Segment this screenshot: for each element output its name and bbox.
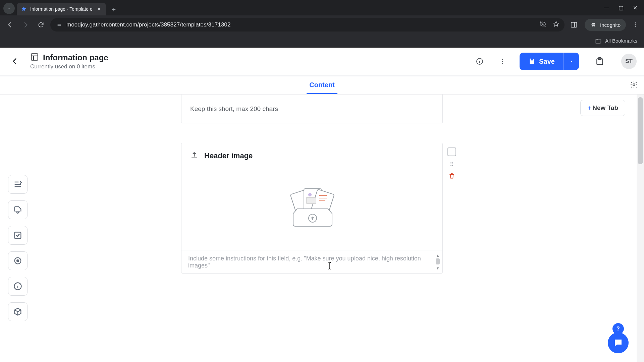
template-icon <box>30 53 39 63</box>
window-close-icon[interactable]: ✕ <box>633 5 637 11</box>
bookmarks-bar: All Bookmarks <box>0 34 644 48</box>
info-button[interactable] <box>472 54 487 69</box>
instructions-scroll-thumb[interactable] <box>436 258 440 264</box>
hint-card[interactable]: Keep this short, max 200 chars <box>181 95 443 123</box>
delete-field-button[interactable] <box>447 172 456 180</box>
editor-canvas: +New Tab Keep this short, max 200 chars … <box>0 95 644 362</box>
scrollbar-thumb[interactable] <box>638 97 643 164</box>
window-maximize-icon[interactable]: ▢ <box>619 5 624 11</box>
save-button[interactable]: Save <box>520 53 564 70</box>
svg-rect-21 <box>307 197 316 203</box>
duplicate-field-button[interactable] <box>447 147 456 156</box>
svg-point-7 <box>502 61 503 62</box>
new-tab-button[interactable]: +New Tab <box>580 100 625 116</box>
page-subtitle: Currently used on 0 items <box>30 63 108 70</box>
incognito-indicator[interactable]: Incognito <box>585 19 626 31</box>
upload-field-title: Header image <box>204 152 253 160</box>
svg-point-25 <box>452 164 453 165</box>
bookmark-star-icon[interactable] <box>552 20 560 29</box>
new-browser-tab-button[interactable]: ＋ <box>109 4 119 14</box>
svg-point-27 <box>452 165 453 166</box>
svg-point-22 <box>450 162 451 163</box>
title-block: Information page Currently used on 0 ite… <box>30 53 108 70</box>
browser-toolbar: moodjoy.gathercontent.com/projects/38582… <box>0 15 644 34</box>
tab-favicon <box>21 6 27 12</box>
save-button-group: Save <box>520 53 579 70</box>
svg-point-14 <box>16 259 19 262</box>
tab-settings-icon[interactable] <box>630 81 638 90</box>
content-tab-bar: Content <box>0 76 644 95</box>
browser-menu-button[interactable] <box>631 21 640 28</box>
user-avatar[interactable]: ST <box>621 54 637 69</box>
svg-rect-0 <box>571 22 577 27</box>
canvas-scrollbar[interactable] <box>637 95 644 362</box>
drag-handle-icon[interactable] <box>447 160 456 168</box>
tab-strip: Information page - Template e ＋ ― ▢ ✕ <box>0 0 644 15</box>
more-menu-button[interactable] <box>495 54 510 69</box>
hint-text: Keep this short, max 200 chars <box>190 105 278 113</box>
tab-title: Information page - Template e <box>30 6 93 12</box>
all-bookmarks-label: All Bookmarks <box>605 38 637 44</box>
help-question-mark: ? <box>616 326 620 332</box>
rail-radio-button[interactable] <box>8 251 28 270</box>
window-controls: ― ▢ ✕ <box>604 0 642 15</box>
svg-point-3 <box>635 26 636 27</box>
scroll-up-icon[interactable]: ▲ <box>435 253 440 258</box>
window-minimize-icon[interactable]: ― <box>604 5 609 11</box>
plus-icon: + <box>587 104 591 111</box>
rail-text-field-button[interactable] <box>8 175 28 194</box>
svg-point-2 <box>635 24 636 25</box>
browser-chrome: Information page - Template e ＋ ― ▢ ✕ mo… <box>0 0 644 48</box>
svg-point-24 <box>450 164 451 165</box>
instructions-input[interactable] <box>181 250 442 272</box>
dropzone-illustration-icon <box>282 185 342 229</box>
intercom-launcher[interactable] <box>608 333 629 353</box>
side-panel-icon[interactable] <box>568 19 580 31</box>
help-widgets: ? <box>608 323 629 353</box>
svg-point-20 <box>308 193 312 196</box>
eye-off-icon[interactable] <box>539 20 546 29</box>
rail-component-button[interactable] <box>8 302 28 321</box>
svg-rect-4 <box>31 54 38 60</box>
nav-reload-button[interactable] <box>35 19 47 31</box>
new-tab-label: New Tab <box>592 104 618 111</box>
tab-close-icon[interactable] <box>96 6 102 12</box>
scroll-down-icon[interactable]: ▼ <box>435 266 440 270</box>
app-viewport: Information page Currently used on 0 ite… <box>0 48 644 362</box>
rail-checkbox-button[interactable] <box>8 226 28 245</box>
instructions-wrap: ▲ ▼ <box>181 250 442 273</box>
address-bar[interactable]: moodjoy.gathercontent.com/projects/38582… <box>50 18 565 32</box>
assign-button[interactable] <box>592 53 608 69</box>
page-title: Information page <box>43 53 108 62</box>
field-type-rail <box>8 175 28 321</box>
field-side-actions <box>447 147 456 180</box>
save-label: Save <box>539 58 555 65</box>
svg-point-26 <box>450 165 451 166</box>
tab-content[interactable]: Content <box>307 76 337 94</box>
browser-tab-active[interactable]: Information page - Template e <box>17 3 106 15</box>
save-dropdown-button[interactable] <box>564 53 579 70</box>
app-back-button[interactable] <box>7 54 23 69</box>
upload-dropzone[interactable] <box>181 164 442 250</box>
svg-point-6 <box>502 59 503 60</box>
upload-icon <box>190 151 198 161</box>
nav-forward-button[interactable] <box>19 19 32 31</box>
address-url: moodjoy.gathercontent.com/projects/38582… <box>66 21 535 28</box>
rail-guideline-button[interactable] <box>8 277 28 296</box>
avatar-initials: ST <box>625 58 633 65</box>
site-settings-icon[interactable] <box>55 21 62 28</box>
search-tabs-button[interactable] <box>3 3 15 14</box>
instructions-scrollbar[interactable]: ▲ ▼ <box>435 253 440 270</box>
app-header: Information page Currently used on 0 ite… <box>0 48 644 76</box>
svg-point-8 <box>502 63 503 64</box>
nav-back-button[interactable] <box>4 19 16 31</box>
upload-field-card[interactable]: Header image <box>181 143 443 274</box>
svg-point-23 <box>452 162 453 163</box>
incognito-label: Incognito <box>600 22 621 28</box>
svg-point-1 <box>635 22 636 23</box>
svg-point-11 <box>633 84 635 86</box>
help-button[interactable]: ? <box>612 323 624 335</box>
all-bookmarks-button[interactable]: All Bookmarks <box>595 38 637 44</box>
rail-attachment-button[interactable] <box>8 200 28 219</box>
